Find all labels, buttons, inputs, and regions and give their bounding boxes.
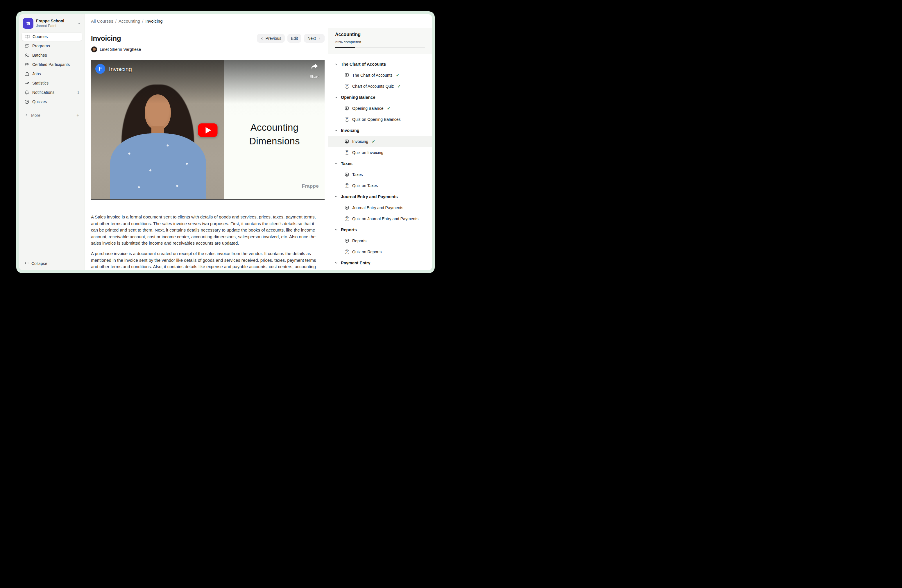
users-icon (24, 53, 29, 58)
graduation-cap-icon (24, 62, 29, 67)
outline-section-row[interactable]: Payment Entry (328, 257, 432, 269)
sidebar-item-courses[interactable]: Courses (22, 32, 82, 41)
progress-label: 22% completed (335, 40, 425, 44)
book-open-icon (25, 34, 30, 39)
outline-section-title: Taxes (341, 161, 352, 166)
breadcrumb-current: Invoicing (145, 19, 163, 23)
outline-item-label: Taxes (352, 172, 363, 177)
quiz-icon: ? (345, 183, 349, 188)
quiz-icon: ? (345, 150, 349, 155)
outline-section-row[interactable]: Invoicing (328, 125, 432, 136)
collapse-icon (24, 261, 29, 266)
collapse-sidebar-button[interactable]: Collapse (24, 261, 47, 266)
edit-button[interactable]: Edit (287, 34, 301, 43)
lesson-body: A Sales invoice is a formal document sen… (91, 214, 324, 270)
outline-item-label: Journal Entry and Payments (352, 205, 403, 210)
outline-section-row[interactable]: The Chart of Accounts (328, 59, 432, 70)
add-icon[interactable]: + (77, 113, 79, 118)
sidebar-item-label: Programs (32, 44, 50, 48)
video-lesson-icon (345, 172, 349, 177)
outline-section-title: Reports (341, 227, 357, 232)
outline-item-row[interactable]: Opening Balance✓ (328, 103, 432, 114)
sidebar-item-batches[interactable]: Batches (22, 51, 82, 59)
quiz-icon: ? (345, 250, 349, 254)
outline-item-row[interactable]: ?Quiz on Opening Balances (328, 114, 432, 125)
outline-item-row[interactable]: ?Quiz on Taxes (328, 180, 432, 191)
sidebar-item-notifications[interactable]: Notifications 1 (22, 88, 82, 97)
sidebar-item-label: Certified Participants (32, 62, 70, 67)
sidebar-item-label: Courses (33, 34, 48, 39)
share-button[interactable]: Share (310, 64, 319, 79)
outline-item-label: Invoicing (352, 139, 368, 144)
outline-item-row[interactable]: Journal Entry and Payments (328, 202, 432, 213)
previous-button[interactable]: Previous (257, 34, 285, 43)
outline-item-row[interactable]: The Chart of Accounts✓ (328, 70, 432, 81)
outline-section-title: Invoicing (341, 128, 359, 133)
outline-section-row[interactable]: Opening Balance (328, 92, 432, 103)
sidebar-item-certified-participants[interactable]: Certified Participants (22, 60, 82, 69)
sidebar-item-quizzes[interactable]: Quizzes (22, 97, 82, 106)
sidebar-item-programs[interactable]: Programs (22, 42, 82, 50)
next-button[interactable]: Next (304, 34, 324, 43)
outline-item-label: The Chart of Accounts (352, 73, 393, 78)
slide-title: Accounting Dimensions (224, 120, 324, 148)
content-area: All Courses / Accounting / Invoicing Inv… (85, 14, 432, 270)
workspace-switcher[interactable]: Frappe School Jannat Patel (22, 17, 82, 32)
outline-item-row[interactable]: ?Quiz on Invoicing (328, 147, 432, 158)
sidebar-more-toggle[interactable]: More + (22, 111, 82, 119)
video-title-overlay[interactable]: Invoicing (109, 66, 132, 73)
share-icon (311, 64, 318, 69)
sidebar-item-jobs[interactable]: Jobs (22, 69, 82, 78)
video-progress-bar[interactable] (91, 199, 324, 200)
outline-section-title: Opening Balance (341, 95, 375, 100)
breadcrumb-accounting[interactable]: Accounting (119, 19, 140, 23)
sidebar-item-statistics[interactable]: Statistics (22, 79, 82, 88)
outline-item-row[interactable]: Reports (328, 235, 432, 246)
course-outline-panel: Accounting 22% completed The Chart of Ac… (328, 28, 432, 270)
lesson-paragraph: A Sales invoice is a formal document sen… (91, 214, 318, 247)
video-player[interactable]: Accounting Dimensions Frappe F Invoicing… (91, 60, 324, 200)
outline-section-title: Payment Entry (341, 261, 371, 265)
outline-item-row[interactable]: Invoicing✓ (328, 136, 432, 147)
outline-section-row[interactable]: Taxes (328, 158, 432, 169)
outline-item-row[interactable]: Taxes (328, 169, 432, 180)
breadcrumb-all-courses[interactable]: All Courses (91, 19, 113, 23)
trending-up-icon (24, 81, 29, 86)
sidebar-item-label: Batches (32, 53, 47, 58)
chevron-right-icon (24, 113, 28, 118)
chevron-down-icon (335, 95, 338, 99)
frappe-school-app: Frappe School Jannat Patel Courses Progr… (19, 14, 432, 270)
play-button[interactable] (198, 124, 218, 137)
outline-item-row[interactable]: ?Quiz on Reports (328, 246, 432, 257)
chevron-left-icon (260, 37, 263, 40)
outline-item-row[interactable]: Payment Entry✓ (328, 269, 432, 270)
outline-section-row[interactable]: Reports (328, 224, 432, 235)
channel-avatar[interactable]: F (95, 64, 105, 74)
outline-list: The Chart of AccountsThe Chart of Accoun… (328, 54, 432, 270)
video-lesson-icon (345, 106, 349, 111)
progress-fill (335, 47, 355, 48)
video-lesson-icon (345, 73, 349, 78)
outline-item-label: Quiz on Opening Balances (352, 117, 401, 122)
chevron-down-icon (335, 63, 338, 66)
graduation-cap-icon (25, 20, 31, 27)
outline-item-label: Chart of Accounts Quiz (352, 84, 394, 89)
outline-item-label: Quiz on Invoicing (352, 150, 383, 155)
outline-item-row[interactable]: ?Quiz on Journal Entry and Payments (328, 213, 432, 224)
outline-section-title: The Chart of Accounts (341, 62, 386, 67)
outline-item-label: Reports (352, 239, 366, 243)
page-title: Invoicing (91, 34, 121, 42)
route-icon (24, 44, 29, 48)
school-name: Frappe School (36, 19, 75, 23)
sidebar: Frappe School Jannat Patel Courses Progr… (19, 14, 85, 270)
frappe-school-logo (23, 18, 33, 29)
video-lesson-icon (345, 139, 349, 144)
sidebar-item-label: Statistics (32, 81, 49, 85)
outline-section-row[interactable]: Journal Entry and Payments (328, 191, 432, 202)
chevron-down-icon (77, 22, 81, 25)
outline-item-row[interactable]: ?Chart of Accounts Quiz✓ (328, 81, 432, 92)
video-lesson-icon (345, 239, 349, 244)
chevron-down-icon (335, 195, 338, 199)
check-icon: ✓ (396, 73, 399, 78)
bell-icon (24, 90, 29, 95)
